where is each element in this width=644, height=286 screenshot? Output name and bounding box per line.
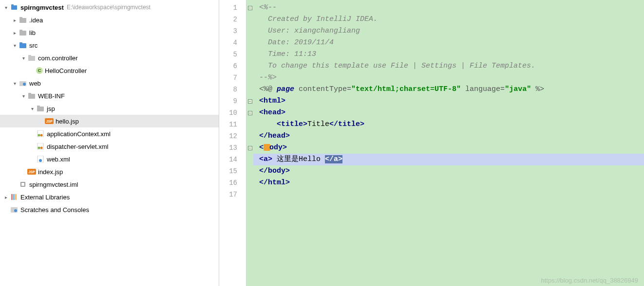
tree-item-external-libs[interactable]: ▸ External Libraries [0,191,219,203]
tree-item-class[interactable]: C HelloController [0,64,219,77]
svg-rect-27 [13,194,15,200]
class-icon: C [36,67,43,74]
tree-label: hello.jsp [56,118,79,125]
tree-item-indexjsp[interactable]: JSP index.jsp [0,165,219,178]
line-number: 14 [219,154,246,165]
svg-point-18 [40,134,43,137]
svg-point-20 [38,147,40,149]
svg-rect-0 [11,5,17,10]
tree-item-appctx[interactable]: applicationContext.xml [0,127,219,140]
line-number: 4 [219,37,246,49]
chevron-down-icon[interactable]: ▾ [11,81,19,86]
line-number: 2 [219,14,246,25]
code-editor[interactable]: 1 2 3 4 5 6 7 8 9 10 11 12 13 14 15 16 1… [219,0,644,286]
tree-path-hint: E:\ideaworkspace\spirngmvctest [67,4,151,11]
tree-item-iml[interactable]: spirngmvctest.iml [0,178,219,191]
code-line: <head> [253,107,644,119]
chevron-down-icon[interactable]: ▾ [2,5,10,10]
tree-label: dispatcher-servlet.xml [47,143,108,150]
line-number: 3 [219,25,246,37]
tree-label: src [29,42,38,49]
code-line: </body> [253,165,644,177]
code-line: Time: 11:13 [253,49,644,60]
svg-rect-8 [28,56,35,61]
code-line: Date: 2019/11/4 [253,37,644,49]
svg-rect-13 [28,93,31,94]
tree-item-jsp-folder[interactable]: ▾ jsp [0,102,219,115]
code-line: <html> [253,95,644,107]
fold-marker-icon[interactable]: − [248,146,252,150]
tree-label: spirngmvctest [20,4,64,11]
chevron-down-icon[interactable]: ▾ [28,106,36,111]
project-tree[interactable]: ▾ spirngmvctest E:\ideaworkspace\spirngm… [0,0,219,286]
line-number: 10 [219,107,246,119]
tree-item-hellojsp[interactable]: JSP hello.jsp [0,115,219,127]
svg-rect-6 [19,43,26,48]
svg-rect-12 [28,94,35,99]
svg-rect-7 [19,42,22,44]
tree-root[interactable]: ▾ spirngmvctest E:\ideaworkspace\spirngm… [0,1,219,14]
line-number: 6 [219,60,246,72]
svg-rect-26 [11,194,13,200]
scratches-icon [10,206,19,214]
line-number: 15 [219,165,246,177]
code-line: <title>Title</title> [253,119,644,130]
tree-label: WEB-INF [38,92,65,100]
tree-item-scratches[interactable]: Scratches and Consoles [0,203,219,216]
tree-item-lib[interactable]: ▸ lib [0,26,219,39]
tree-label: web.xml [47,156,70,163]
web-folder-icon [19,79,27,87]
watermark-text: https://blog.csdn.net/qq_38826949 [541,277,639,284]
fold-marker-icon[interactable]: − [248,111,252,115]
tree-item-web[interactable]: ▾ web [0,77,219,89]
chevron-down-icon[interactable]: ▾ [19,55,27,61]
svg-point-21 [40,147,43,149]
svg-rect-14 [37,107,44,111]
library-icon [10,193,19,201]
xml-file-icon [36,143,45,150]
code-line: Created by IntelliJ IDEA. [253,14,644,25]
svg-rect-3 [19,17,22,18]
tree-item-idea[interactable]: ▸ .idea [0,14,219,26]
fold-gutter: − − − − [246,0,253,286]
code-content[interactable]: <%-- Created by IntelliJ IDEA. User: xia… [253,0,644,286]
svg-rect-9 [28,55,31,56]
code-line-current: <a> 这里是Hello </a> [253,154,644,165]
line-number: 8 [219,84,246,95]
folder-icon [19,16,27,24]
svg-rect-28 [15,194,17,200]
chevron-down-icon[interactable]: ▾ [11,43,19,48]
tree-label: HelloController [45,67,87,74]
tree-label: jsp [47,105,55,112]
jsp-file-icon: JSP [27,169,36,175]
iml-file-icon [19,180,27,188]
folder-icon [27,92,36,100]
tree-label: com.controller [38,54,78,62]
tree-item-dispatcher[interactable]: dispatcher-servlet.xml [0,140,219,153]
svg-point-30 [14,209,17,212]
tree-item-src[interactable]: ▾ src [0,39,219,52]
chevron-right-icon[interactable]: ▸ [11,18,19,23]
svg-rect-1 [11,4,14,6]
chevron-right-icon[interactable]: ▸ [2,195,10,200]
svg-point-23 [39,159,42,162]
line-number-gutter: 1 2 3 4 5 6 7 8 9 10 11 12 13 14 15 16 1… [219,0,246,286]
tree-item-package[interactable]: ▾ com.controller [0,52,219,64]
fold-marker-icon[interactable]: − [248,6,252,10]
svg-rect-2 [19,18,26,23]
code-line [253,189,644,200]
chevron-down-icon[interactable]: ▾ [19,93,27,99]
line-number: 11 [219,119,246,130]
chevron-right-icon[interactable]: ▸ [11,30,19,36]
code-line: </html> [253,177,644,189]
line-number: 9 [219,95,246,107]
line-number: 1 [219,2,246,14]
fold-marker-icon[interactable]: − [248,99,252,104]
tree-label: Scratches and Consoles [20,206,89,214]
svg-point-11 [23,83,26,86]
tree-label: External Libraries [20,194,70,201]
folder-icon [19,29,27,36]
tree-item-webxml[interactable]: web.xml [0,153,219,165]
tree-item-webinf[interactable]: ▾ WEB-INF [0,89,219,102]
tree-label: web [29,80,41,87]
